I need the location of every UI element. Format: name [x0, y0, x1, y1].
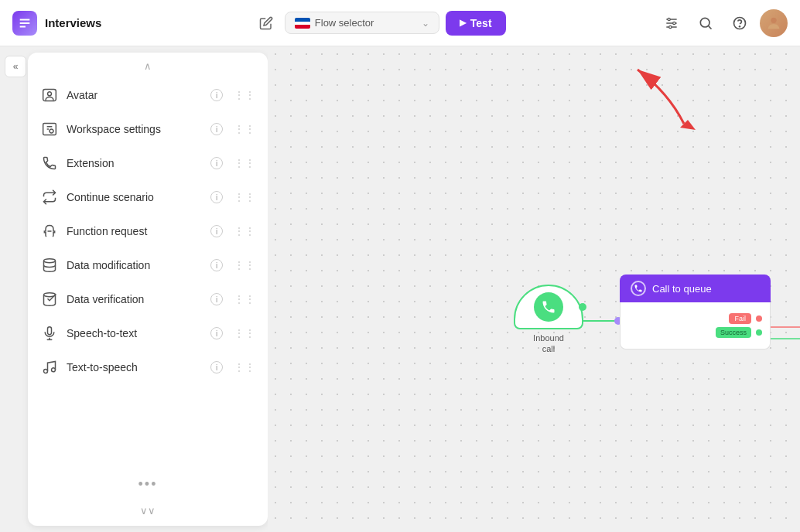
more-items-indicator[interactable]: •••: [28, 469, 268, 500]
speech-to-text-drag-handle[interactable]: ⋮⋮: [234, 327, 255, 339]
flow-name: Flow selector: [315, 17, 417, 29]
svg-marker-28: [680, 120, 696, 130]
settings-icon-btn[interactable]: [658, 9, 685, 37]
function-request-label: Function request: [67, 225, 203, 237]
data-modification-icon: [40, 256, 59, 275]
data-verification-drag-handle[interactable]: ⋮⋮: [234, 293, 255, 305]
help-icon-btn[interactable]: [726, 9, 754, 37]
function-request-info-icon[interactable]: i: [210, 225, 223, 237]
sidebar-item-data-verification[interactable]: Data verification i ⋮⋮: [28, 282, 268, 316]
speech-to-text-info-icon[interactable]: i: [210, 327, 223, 339]
sidebar-item-text-to-speech[interactable]: Text-to-speech i ⋮⋮: [28, 350, 268, 384]
dropdown-arrow-icon: ⌄: [422, 18, 429, 29]
avatar-drag-handle[interactable]: ⋮⋮: [234, 89, 255, 101]
flag-icon: [295, 18, 310, 29]
svg-line-7: [709, 26, 712, 29]
workspace-settings-icon: [40, 120, 59, 138]
scroll-up-button[interactable]: ∧: [28, 53, 268, 75]
svg-point-6: [700, 18, 709, 27]
edit-icon-btn[interactable]: [254, 11, 279, 36]
chevron-down-icon: ∨∨: [140, 505, 156, 517]
data-modification-drag-handle[interactable]: ⋮⋮: [234, 259, 255, 271]
workspace-settings-info-icon[interactable]: i: [210, 123, 223, 135]
continue-scenario-label: Continue scenario: [67, 191, 203, 203]
text-to-speech-label: Text-to-speech: [67, 361, 203, 373]
svg-point-15: [44, 259, 56, 263]
header-left: Interviews: [12, 11, 101, 36]
svg-rect-11: [43, 90, 56, 101]
function-request-icon: [40, 222, 59, 240]
chevron-up-icon: ∧: [144, 60, 152, 72]
svg-point-21: [52, 368, 56, 372]
function-request-drag-handle[interactable]: ⋮⋮: [234, 225, 255, 237]
svg-rect-17: [48, 327, 52, 335]
sidebar-item-speech-to-text[interactable]: Speech-to-text i ⋮⋮: [28, 316, 268, 350]
main-layout: « ∧ Avatar i ⋮⋮ Workspace settings i: [0, 46, 800, 532]
text-to-speech-info-icon[interactable]: i: [210, 361, 223, 373]
svg-point-20: [44, 370, 48, 373]
speech-to-text-label: Speech-to-text: [67, 327, 203, 339]
svg-point-5: [669, 26, 672, 28]
svg-point-12: [48, 92, 52, 96]
user-avatar[interactable]: [760, 9, 788, 37]
extension-label: Extension: [67, 157, 203, 169]
logo-icon[interactable]: [12, 11, 37, 36]
collapse-panel-button[interactable]: «: [5, 56, 26, 77]
data-modification-label: Data modification: [67, 259, 203, 271]
speech-to-text-icon: [40, 324, 59, 343]
data-verification-info-icon[interactable]: i: [210, 293, 223, 305]
text-to-speech-icon: [40, 358, 59, 377]
success-badge: Success: [716, 327, 751, 338]
call-queue-header-label: Call to queue: [652, 283, 712, 295]
header-right: [658, 9, 788, 37]
workspace-settings-drag-handle[interactable]: ⋮⋮: [234, 123, 255, 135]
search-icon-btn[interactable]: [692, 9, 720, 37]
collapse-icon: «: [13, 61, 19, 72]
data-modification-info-icon[interactable]: i: [210, 259, 223, 271]
sidebar-item-extension[interactable]: Extension i ⋮⋮: [28, 146, 268, 180]
svg-point-10: [771, 17, 776, 22]
continue-scenario-icon: [40, 188, 59, 206]
data-verification-label: Data verification: [67, 293, 203, 305]
sidebar-item-continue-scenario[interactable]: Continue scenario i ⋮⋮: [28, 180, 268, 214]
sidebar-item-function-request[interactable]: Function request i ⋮⋮: [28, 214, 268, 248]
text-to-speech-drag-handle[interactable]: ⋮⋮: [234, 361, 255, 373]
svg-point-14: [50, 129, 53, 133]
extension-drag-handle[interactable]: ⋮⋮: [234, 157, 255, 169]
avatar-info-icon[interactable]: i: [210, 89, 223, 101]
avatar-label: Avatar: [67, 89, 203, 101]
app-title: Interviews: [45, 16, 101, 29]
scroll-down-button[interactable]: ∨∨: [28, 500, 268, 526]
continue-scenario-info-icon[interactable]: i: [210, 191, 223, 203]
extension-info-icon[interactable]: i: [210, 157, 223, 169]
node-inbound-call[interactable]: Inboundcall: [514, 285, 583, 355]
node-call-to-queue[interactable]: Call to queue Fail Success: [620, 275, 771, 350]
workspace-settings-label: Workspace settings: [67, 123, 203, 135]
svg-point-3: [668, 18, 670, 20]
sidebar-items-list: Avatar i ⋮⋮ Workspace settings i ⋮⋮ Exte…: [28, 75, 268, 469]
sidebar-item-workspace-settings[interactable]: Workspace settings i ⋮⋮: [28, 112, 268, 146]
red-arrow-annotation: [607, 62, 699, 142]
sidebar-item-data-modification[interactable]: Data modification i ⋮⋮: [28, 248, 268, 282]
test-button[interactable]: Test: [446, 11, 506, 36]
svg-point-4: [673, 22, 675, 24]
avatar-icon: [40, 86, 59, 104]
data-verification-icon: [40, 290, 59, 309]
header: Interviews Flow selector ⌄ Test: [0, 0, 800, 46]
inbound-call-label: Inboundcall: [514, 332, 583, 355]
fail-badge: Fail: [729, 313, 751, 324]
flow-selector[interactable]: Flow selector ⌄: [285, 12, 439, 34]
panel-toggle-area: «: [0, 46, 31, 532]
continue-scenario-drag-handle[interactable]: ⋮⋮: [234, 191, 255, 203]
flow-canvas[interactable]: Inboundcall Call to queue Fail Success: [268, 46, 800, 532]
svg-rect-13: [43, 124, 56, 135]
extension-icon: [40, 154, 59, 172]
sidebar-item-avatar[interactable]: Avatar i ⋮⋮: [28, 78, 268, 112]
sidebar: ∧ Avatar i ⋮⋮ Workspace settings i ⋮⋮: [28, 53, 268, 526]
header-center: Flow selector ⌄ Test: [254, 11, 506, 36]
